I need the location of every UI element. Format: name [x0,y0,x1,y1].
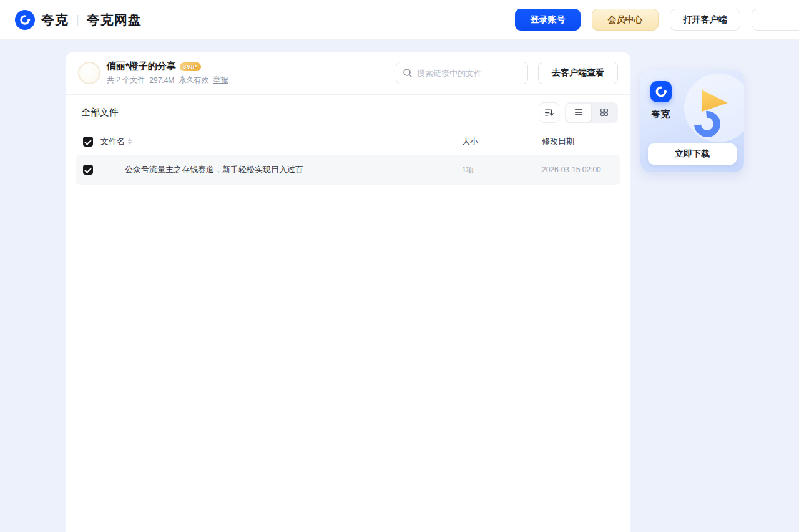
select-all-checkbox[interactable] [83,137,93,147]
search-icon [403,68,413,78]
svip-badge: SVIP [180,62,202,71]
header-actions: 登录账号 会员中心 打开客户端 [515,9,799,31]
login-button[interactable]: 登录账号 [515,9,581,31]
header-extra-button[interactable] [752,9,799,31]
share-file-panel: 俏丽*橙子的分享 SVIP 共 2 个文件 297.4M 永久有效 举报 [66,52,630,532]
share-validity: 永久有效 [179,75,208,85]
owner-name: 俏丽*橙子的分享 [107,60,176,72]
share-file-count: 共 2 个文件 [107,75,145,85]
column-size-header: 大小 [462,136,542,147]
grid-view-icon [599,107,609,117]
page: 夸克 | 夸克网盘 登录账号 会员中心 打开客户端 俏丽*橙子的分享 SVIP … [0,0,799,532]
share-meta: 共 2 个文件 297.4M 永久有效 举报 [107,75,228,85]
share-info-header: 俏丽*橙子的分享 SVIP 共 2 个文件 297.4M 永久有效 举报 [66,52,630,95]
promo-brand-name: 夸克 [651,109,670,120]
brand-name: 夸克 [41,11,69,29]
brand-divider: | [76,13,79,26]
column-name-header[interactable]: 文件名 [100,136,125,147]
share-total-size: 297.4M [149,76,174,85]
quark-logo-icon [15,10,35,30]
sort-order-button[interactable] [539,102,559,123]
file-date: 2026-03-15 02:00 [542,165,618,174]
brand-home-link[interactable]: 夸克 | 夸克网盘 [15,10,142,30]
report-link[interactable]: 举报 [213,75,228,85]
file-size: 1项 [462,165,542,175]
grid-view-button[interactable] [592,104,617,122]
view-mode-toggle [565,102,618,123]
download-now-button[interactable]: 立即下载 [648,143,737,165]
owner-avatar [78,62,100,84]
list-view-button[interactable] [566,104,591,122]
search-box [396,62,528,84]
search-input[interactable] [417,69,521,78]
name-sort-arrows-icon[interactable] [128,138,132,145]
table-header: 文件名 大小 修改日期 [76,130,620,153]
column-date-header: 修改日期 [542,136,618,147]
top-header: 夸克 | 夸克网盘 登录账号 会员中心 打开客户端 [0,0,799,40]
member-center-button[interactable]: 会员中心 [592,9,659,31]
list-view-icon [574,107,584,117]
table-row[interactable]: 公众号流量主之存钱赛道，新手轻松实现日入过百 1项 2026-03-15 02:… [76,155,620,185]
file-list-toolbar: 全部文件 [66,95,630,130]
section-title: 全部文件 [81,107,119,118]
app-download-card: 夸克 立即下载 [640,70,744,172]
owner-info: 俏丽*橙子的分享 SVIP 共 2 个文件 297.4M 永久有效 举报 [107,60,228,85]
quark-app-logo-icon [650,81,672,102]
sort-lines-icon [544,107,554,118]
row-checkbox[interactable] [83,165,93,175]
file-name: 公众号流量主之存钱赛道，新手轻松实现日入过百 [125,164,303,175]
open-client-button[interactable]: 打开客户端 [670,9,740,31]
view-in-client-button[interactable]: 去客户端查看 [538,62,618,84]
share-header-actions: 去客户端查看 [396,62,618,84]
product-name: 夸克网盘 [87,11,142,29]
